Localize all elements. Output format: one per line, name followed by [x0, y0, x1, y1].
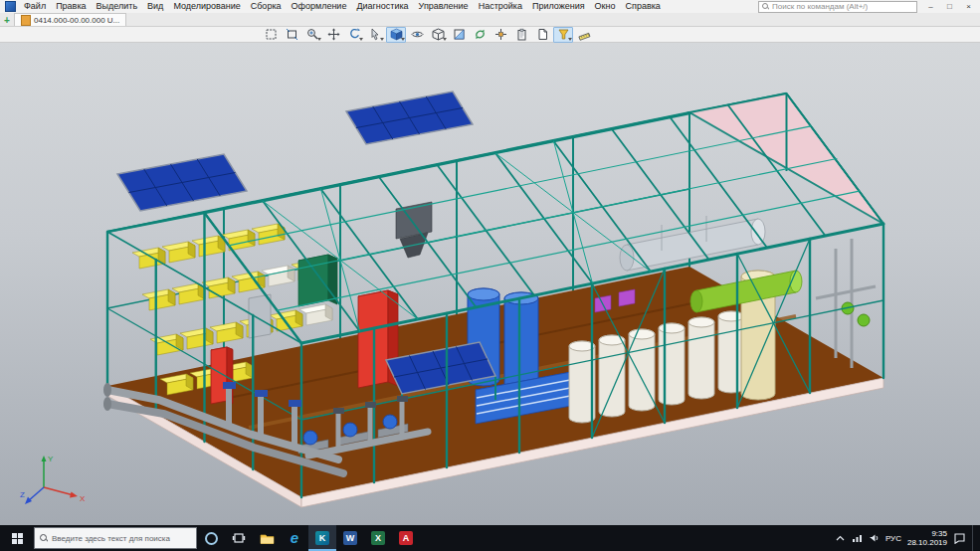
dropdown-arrow-icon	[401, 38, 405, 41]
axis-z-label: Z	[20, 490, 25, 499]
search-icon	[40, 534, 48, 542]
close-button[interactable]: ×	[959, 0, 978, 13]
clock-time: 9:35	[907, 529, 947, 538]
window-controls: – □ ×	[921, 0, 978, 13]
excel-icon[interactable]: X	[364, 525, 392, 551]
document-tab-label: 0414.000-00.00.000 U...	[34, 16, 119, 25]
move-component-icon[interactable]	[490, 27, 510, 43]
windows-logo-icon	[12, 533, 23, 544]
minimize-button[interactable]: –	[921, 0, 940, 13]
display-mode-icon[interactable]	[386, 27, 406, 43]
axis-x-label: X	[80, 494, 86, 503]
quick-access-toolbar	[0, 27, 980, 43]
menu-item-diagnostics[interactable]: Диагностика	[351, 0, 413, 13]
right-gable	[689, 93, 883, 224]
pan-icon[interactable]	[323, 27, 343, 43]
maximize-button[interactable]: □	[940, 0, 959, 13]
assembly-document-icon	[21, 15, 31, 26]
start-button[interactable]	[0, 525, 34, 551]
3d-viewport[interactable]: Y X Z	[0, 42, 980, 525]
solar-panel-roof	[346, 92, 473, 144]
word-icon[interactable]: W	[336, 525, 364, 551]
clipboard-icon[interactable]	[511, 27, 531, 43]
new-document-button[interactable]: +	[0, 14, 14, 26]
menu-bar: Файл Правка Выделить Вид Моделирование С…	[0, 0, 980, 14]
filter-icon[interactable]	[553, 27, 573, 43]
windows-taskbar: Введите здесь текст для поиска e K W X A…	[0, 525, 980, 551]
sheet-view-icon[interactable]	[532, 27, 552, 43]
clock-date: 28.10.2019	[907, 538, 947, 547]
menu-item-settings[interactable]: Настройка	[474, 0, 527, 13]
taskbar-search-placeholder: Введите здесь текст для поиска	[52, 534, 170, 543]
app-icon[interactable]	[5, 1, 16, 12]
dropdown-arrow-icon	[317, 38, 321, 41]
system-tray: РУС 9:35 28.10.2019	[835, 525, 980, 551]
dropdown-arrow-icon	[380, 38, 384, 41]
hidden-icons-chevron[interactable]	[835, 533, 846, 543]
select-frame-icon[interactable]	[261, 27, 281, 43]
rotate-icon[interactable]	[344, 27, 364, 43]
measure-icon[interactable]	[574, 27, 594, 43]
acrobat-icon[interactable]: A	[392, 525, 420, 551]
show-all-icon[interactable]	[407, 27, 427, 43]
document-tab[interactable]: 0414.000-00.00.000 U...	[14, 13, 126, 26]
dropdown-arrow-icon	[568, 38, 572, 41]
menu-item-edit[interactable]: Правка	[51, 0, 91, 13]
orientation-triad: Y X Z	[20, 452, 92, 511]
show-desktop-button[interactable]	[972, 525, 977, 551]
task-view-icon[interactable]	[225, 525, 253, 551]
taskbar-icons: e K W X A	[197, 525, 420, 551]
menu-item-select[interactable]: Выделить	[92, 0, 143, 13]
zoom-to-fit-icon[interactable]	[282, 27, 301, 43]
axis-y-label: Y	[48, 455, 54, 463]
section-view-icon[interactable]	[449, 27, 469, 43]
kompas-app-icon[interactable]: K	[308, 525, 336, 551]
menu-item-modeling[interactable]: Моделирование	[168, 0, 245, 13]
menu-item-management[interactable]: Управление	[414, 0, 474, 13]
zoom-icon[interactable]	[302, 27, 322, 43]
assembly-model-3d[interactable]	[0, 42, 980, 525]
file-explorer-icon[interactable]	[253, 525, 281, 551]
menu-item-window[interactable]: Окно	[590, 0, 621, 13]
dropdown-arrow-icon	[359, 38, 363, 41]
edge-icon[interactable]: e	[281, 525, 308, 551]
action-center-icon[interactable]	[953, 532, 966, 544]
taskbar-clock[interactable]: 9:35 28.10.2019	[907, 529, 947, 547]
network-icon[interactable]	[852, 533, 863, 543]
menu-item-applications[interactable]: Приложения	[527, 0, 590, 13]
language-indicator[interactable]: РУС	[885, 534, 901, 543]
orientation-icon[interactable]	[428, 27, 448, 43]
command-search-input[interactable]: Поиск по командам (Alt+/)	[758, 1, 917, 13]
taskbar-search-input[interactable]: Введите здесь текст для поиска	[34, 527, 197, 549]
solar-panel-left	[117, 154, 247, 211]
menu-item-file[interactable]: Файл	[19, 0, 51, 13]
dropdown-arrow-icon	[443, 38, 447, 41]
menu-item-annotation[interactable]: Оформление	[287, 0, 352, 13]
menu-item-assembly[interactable]: Сборка	[246, 0, 287, 13]
cortana-icon[interactable]	[197, 525, 225, 551]
pointer-icon[interactable]	[365, 27, 385, 43]
volume-icon[interactable]	[869, 533, 880, 543]
document-tab-bar: + 0414.000-00.00.000 U...	[0, 13, 980, 27]
menu-item-view[interactable]: Вид	[142, 0, 168, 13]
search-icon	[762, 3, 769, 10]
rebuild-icon[interactable]	[470, 27, 490, 43]
command-search-placeholder: Поиск по командам (Alt+/)	[772, 2, 868, 11]
menu-item-help[interactable]: Справка	[621, 0, 666, 13]
